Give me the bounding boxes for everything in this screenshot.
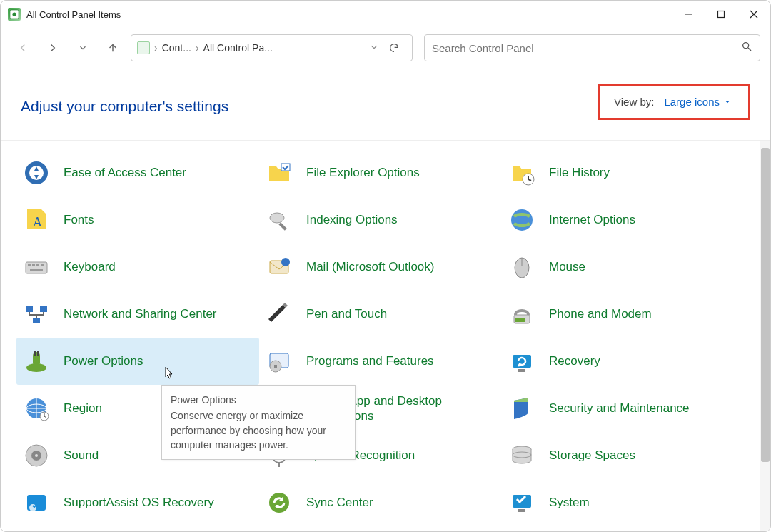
- control-panel-window: All Control Panel Items › Cont... › All …: [0, 0, 771, 532]
- svg-rect-14: [278, 222, 286, 230]
- support-icon: [22, 488, 51, 517]
- indexing-icon: [265, 206, 293, 234]
- cp-item-label: Internet Options: [549, 212, 635, 227]
- svg-rect-39: [518, 369, 525, 372]
- cp-item-indexing-options[interactable]: Indexing Options: [259, 196, 502, 244]
- cp-item-file-explorer-options[interactable]: File Explorer Options: [259, 149, 502, 196]
- up-button[interactable]: [101, 36, 125, 60]
- search-box[interactable]: [424, 34, 760, 61]
- svg-point-6: [743, 43, 749, 49]
- page-heading: Adjust your computer's settings: [21, 98, 228, 115]
- scrollbar-thumb[interactable]: [761, 148, 770, 462]
- sync-icon: [265, 488, 293, 517]
- minimize-button[interactable]: [672, 1, 705, 28]
- svg-rect-34: [37, 351, 39, 356]
- recent-dropdown-button[interactable]: [71, 36, 95, 60]
- svg-rect-37: [274, 365, 277, 368]
- window-buttons: [672, 1, 770, 28]
- back-button[interactable]: [11, 36, 35, 60]
- cp-item-internet-options[interactable]: Internet Options: [502, 196, 745, 244]
- cp-item-label: Keyboard: [64, 259, 116, 274]
- address-bar[interactable]: › Cont... › All Control Pa...: [131, 34, 413, 61]
- cp-item-label: File History: [549, 165, 610, 180]
- address-dropdown-icon[interactable]: [369, 42, 379, 54]
- breadcrumb-one[interactable]: Cont...: [162, 42, 191, 54]
- items-scroll: Ease of Access CenterFile Explorer Optio…: [1, 141, 760, 531]
- tooltip-body: Conserve energy or maximize performance …: [171, 408, 346, 452]
- control-panel-breadcrumb-icon: [137, 41, 150, 54]
- window-title: All Control Panel Items: [26, 9, 121, 20]
- cp-item-storage-spaces[interactable]: Storage Spaces: [502, 432, 745, 479]
- svg-rect-26: [26, 306, 33, 312]
- cp-item-pen-and-touch[interactable]: Pen and Touch: [259, 291, 502, 338]
- security-icon: [508, 394, 536, 423]
- cp-item-label: File Explorer Options: [306, 165, 420, 180]
- svg-rect-21: [30, 269, 43, 271]
- file-history-icon: [508, 159, 536, 187]
- storage-icon: [508, 441, 536, 470]
- svg-rect-17: [28, 264, 31, 266]
- cp-item-programs-and-features[interactable]: Programs and Features: [259, 338, 502, 385]
- svg-rect-16: [26, 262, 47, 273]
- cp-item-label: Storage Spaces: [549, 448, 635, 463]
- refresh-button[interactable]: [382, 36, 406, 60]
- cp-item-fonts[interactable]: AFonts: [16, 196, 259, 244]
- region-icon: [22, 394, 51, 423]
- network-icon: [22, 300, 51, 328]
- chevron-right-icon: ›: [194, 42, 201, 54]
- cp-item-label: Sound: [64, 448, 99, 463]
- maximize-button[interactable]: [705, 1, 737, 28]
- search-icon[interactable]: [741, 41, 752, 55]
- cp-item-mail-microsoft-outlook[interactable]: Mail (Microsoft Outlook): [259, 244, 502, 291]
- keyboard-icon: [22, 253, 51, 281]
- cp-item-mouse[interactable]: Mouse: [502, 244, 745, 291]
- svg-rect-30: [515, 318, 525, 322]
- fonts-icon: A: [22, 206, 51, 234]
- control-panel-appicon: [8, 8, 21, 21]
- cp-item-label: Ease of Access Center: [64, 165, 186, 180]
- cp-item-recovery[interactable]: Recovery: [502, 338, 745, 385]
- cp-item-keyboard[interactable]: Keyboard: [16, 244, 259, 291]
- cp-item-label: Recovery: [549, 353, 600, 368]
- cp-item-label: SupportAssist OS Recovery: [64, 495, 214, 510]
- ease-of-access-icon: [22, 159, 51, 187]
- view-by-dropdown[interactable]: Large icons: [664, 96, 731, 108]
- file-explorer-icon: [265, 159, 293, 187]
- breadcrumb-two[interactable]: All Control Pa...: [203, 42, 273, 54]
- mouse-icon: [508, 253, 536, 281]
- svg-rect-27: [40, 306, 47, 312]
- cp-item-label: Phone and Modem: [549, 306, 652, 321]
- svg-rect-19: [36, 264, 39, 266]
- chevron-down-icon: [724, 99, 731, 106]
- cp-item-label: Sync Center: [306, 495, 373, 510]
- cp-item-sync-center[interactable]: Sync Center: [259, 479, 502, 526]
- svg-rect-20: [41, 264, 44, 266]
- svg-rect-55: [518, 509, 525, 512]
- search-input[interactable]: [432, 42, 741, 54]
- power-icon: [22, 347, 51, 376]
- content-area: Ease of Access CenterFile Explorer Optio…: [1, 140, 770, 531]
- cp-item-network-and-sharing-center[interactable]: Network and Sharing Center: [16, 291, 259, 338]
- cp-item-security-and-maintenance[interactable]: Security and Maintenance: [502, 385, 745, 432]
- items-grid: Ease of Access CenterFile Explorer Optio…: [1, 141, 760, 531]
- view-by-value: Large icons: [664, 96, 720, 108]
- phone-icon: [508, 300, 536, 328]
- svg-point-1: [12, 12, 16, 16]
- svg-point-23: [281, 258, 290, 266]
- scrollbar-track[interactable]: [760, 141, 770, 531]
- close-button[interactable]: [737, 1, 770, 28]
- cp-item-file-history[interactable]: File History: [502, 149, 745, 196]
- cp-item-label: System: [549, 495, 590, 510]
- cp-item-label: Region: [64, 401, 102, 416]
- cp-item-supportassist-os-recovery[interactable]: SupportAssist OS Recovery: [16, 479, 259, 526]
- svg-rect-28: [33, 318, 40, 323]
- chevron-right-icon: ›: [153, 42, 159, 54]
- svg-rect-3: [718, 11, 725, 18]
- cp-item-power-options[interactable]: Power Options: [16, 338, 259, 385]
- cp-item-label: Fonts: [64, 212, 94, 227]
- cp-item-system[interactable]: System: [502, 479, 745, 526]
- cp-item-phone-and-modem[interactable]: Phone and Modem: [502, 291, 745, 338]
- cp-item-label: Mail (Microsoft Outlook): [306, 259, 434, 274]
- cp-item-ease-of-access-center[interactable]: Ease of Access Center: [16, 149, 259, 196]
- forward-button[interactable]: [41, 36, 65, 60]
